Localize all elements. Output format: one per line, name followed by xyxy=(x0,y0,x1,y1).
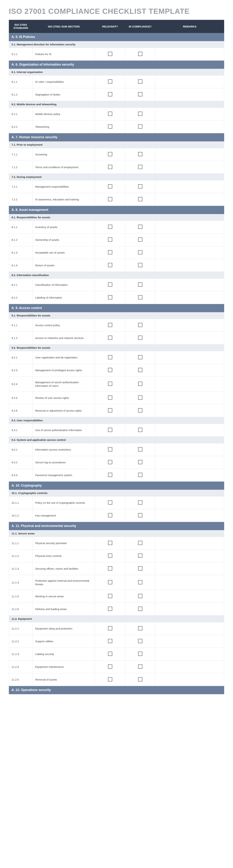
compliance-checkbox[interactable] xyxy=(138,225,142,229)
relevant-checkbox[interactable] xyxy=(108,225,112,229)
compliance-checkbox[interactable] xyxy=(138,52,142,56)
compliance-checkbox[interactable] xyxy=(138,500,142,505)
relevant-checkbox[interactable] xyxy=(108,639,112,643)
compliance-checkbox[interactable] xyxy=(138,263,142,267)
remarks-cell[interactable] xyxy=(155,404,224,417)
relevant-checkbox[interactable] xyxy=(108,396,112,400)
compliance-checkbox[interactable] xyxy=(138,408,142,412)
remarks-cell[interactable] xyxy=(155,635,224,648)
relevant-checkbox[interactable] xyxy=(108,165,112,169)
compliance-checkbox[interactable] xyxy=(138,594,142,598)
remarks-cell[interactable] xyxy=(155,148,224,161)
relevant-checkbox[interactable] xyxy=(108,263,112,267)
compliance-checkbox[interactable] xyxy=(138,323,142,327)
compliance-checkbox[interactable] xyxy=(138,382,142,386)
compliance-checkbox[interactable] xyxy=(138,92,142,96)
compliance-checkbox[interactable] xyxy=(138,250,142,254)
relevant-checkbox[interactable] xyxy=(108,282,112,287)
remarks-cell[interactable] xyxy=(155,456,224,469)
compliance-checkbox[interactable] xyxy=(138,124,142,129)
relevant-checkbox[interactable] xyxy=(108,92,112,96)
remarks-cell[interactable] xyxy=(155,246,224,259)
remarks-cell[interactable] xyxy=(155,279,224,291)
relevant-checkbox[interactable] xyxy=(108,664,112,669)
compliance-checkbox[interactable] xyxy=(138,652,142,656)
compliance-checkbox[interactable] xyxy=(138,428,142,432)
compliance-checkbox[interactable] xyxy=(138,238,142,242)
remarks-cell[interactable] xyxy=(155,291,224,304)
relevant-checkbox[interactable] xyxy=(108,184,112,188)
compliance-checkbox[interactable] xyxy=(138,197,142,201)
compliance-checkbox[interactable] xyxy=(138,554,142,558)
compliance-checkbox[interactable] xyxy=(138,80,142,84)
compliance-checkbox[interactable] xyxy=(138,473,142,477)
relevant-checkbox[interactable] xyxy=(108,428,112,432)
relevant-checkbox[interactable] xyxy=(108,607,112,611)
compliance-checkbox[interactable] xyxy=(138,607,142,611)
relevant-checkbox[interactable] xyxy=(108,677,112,681)
relevant-checkbox[interactable] xyxy=(108,323,112,327)
compliance-checkbox[interactable] xyxy=(138,580,142,584)
remarks-cell[interactable] xyxy=(155,259,224,272)
remarks-cell[interactable] xyxy=(155,496,224,509)
relevant-checkbox[interactable] xyxy=(108,652,112,656)
compliance-checkbox[interactable] xyxy=(138,566,142,570)
relevant-checkbox[interactable] xyxy=(108,355,112,359)
remarks-cell[interactable] xyxy=(155,319,224,332)
remarks-cell[interactable] xyxy=(155,351,224,364)
relevant-checkbox[interactable] xyxy=(108,594,112,598)
remarks-cell[interactable] xyxy=(155,509,224,522)
remarks-cell[interactable] xyxy=(155,364,224,377)
compliance-checkbox[interactable] xyxy=(138,541,142,545)
remarks-cell[interactable] xyxy=(155,48,224,61)
relevant-checkbox[interactable] xyxy=(108,80,112,84)
compliance-checkbox[interactable] xyxy=(138,368,142,372)
compliance-checkbox[interactable] xyxy=(138,355,142,359)
relevant-checkbox[interactable] xyxy=(108,250,112,254)
compliance-checkbox[interactable] xyxy=(138,447,142,452)
remarks-cell[interactable] xyxy=(155,575,224,590)
compliance-checkbox[interactable] xyxy=(138,677,142,681)
remarks-cell[interactable] xyxy=(155,221,224,234)
relevant-checkbox[interactable] xyxy=(108,473,112,477)
compliance-checkbox[interactable] xyxy=(138,282,142,287)
remarks-cell[interactable] xyxy=(155,648,224,660)
relevant-checkbox[interactable] xyxy=(108,460,112,464)
relevant-checkbox[interactable] xyxy=(108,566,112,570)
remarks-cell[interactable] xyxy=(155,193,224,206)
compliance-checkbox[interactable] xyxy=(138,513,142,517)
relevant-checkbox[interactable] xyxy=(108,336,112,340)
compliance-checkbox[interactable] xyxy=(138,664,142,669)
remarks-cell[interactable] xyxy=(155,121,224,133)
relevant-checkbox[interactable] xyxy=(108,368,112,372)
remarks-cell[interactable] xyxy=(155,88,224,101)
compliance-checkbox[interactable] xyxy=(138,639,142,643)
remarks-cell[interactable] xyxy=(155,424,224,437)
relevant-checkbox[interactable] xyxy=(108,447,112,452)
remarks-cell[interactable] xyxy=(155,161,224,174)
relevant-checkbox[interactable] xyxy=(108,295,112,300)
remarks-cell[interactable] xyxy=(155,443,224,456)
remarks-cell[interactable] xyxy=(155,234,224,246)
compliance-checkbox[interactable] xyxy=(138,184,142,188)
relevant-checkbox[interactable] xyxy=(108,152,112,156)
remarks-cell[interactable] xyxy=(155,603,224,616)
remarks-cell[interactable] xyxy=(155,660,224,673)
remarks-cell[interactable] xyxy=(155,469,224,482)
remarks-cell[interactable] xyxy=(155,332,224,344)
relevant-checkbox[interactable] xyxy=(108,626,112,630)
compliance-checkbox[interactable] xyxy=(138,336,142,340)
relevant-checkbox[interactable] xyxy=(108,580,112,584)
compliance-checkbox[interactable] xyxy=(138,295,142,300)
relevant-checkbox[interactable] xyxy=(108,197,112,201)
relevant-checkbox[interactable] xyxy=(108,408,112,412)
relevant-checkbox[interactable] xyxy=(108,382,112,386)
relevant-checkbox[interactable] xyxy=(108,124,112,129)
remarks-cell[interactable] xyxy=(155,377,224,392)
remarks-cell[interactable] xyxy=(155,673,224,686)
compliance-checkbox[interactable] xyxy=(138,152,142,156)
relevant-checkbox[interactable] xyxy=(108,554,112,558)
remarks-cell[interactable] xyxy=(155,392,224,404)
relevant-checkbox[interactable] xyxy=(108,238,112,242)
compliance-checkbox[interactable] xyxy=(138,626,142,630)
